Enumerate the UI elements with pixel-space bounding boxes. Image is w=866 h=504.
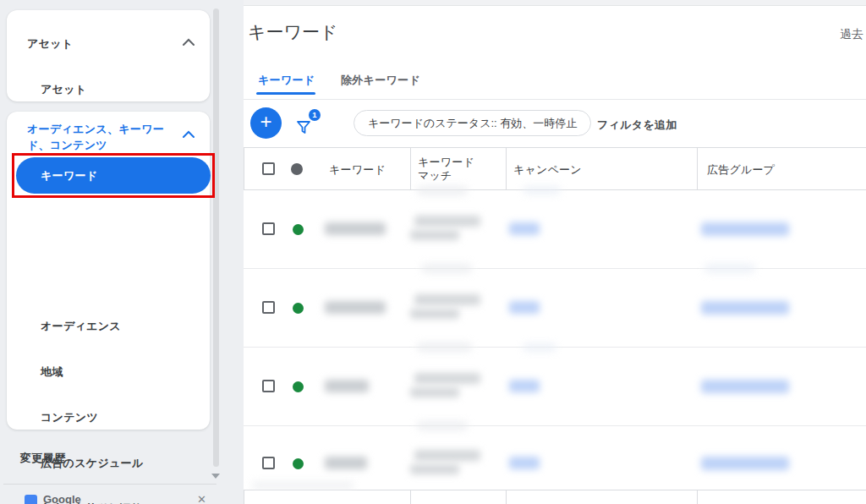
blurred-campaign-link[interactable] [509, 222, 540, 235]
sidebar-item-keywords-label: キーワード [41, 157, 97, 194]
status-enabled-dot [293, 458, 304, 469]
table-header-row: キーワード キーワード マッチ キャンペーン 広告グループ [244, 148, 866, 190]
column-divider [506, 148, 507, 190]
column-divider [410, 490, 411, 504]
sidebar-item-change-history[interactable]: 変更履歴 [20, 451, 65, 466]
blurred-match-type-text [410, 464, 459, 474]
blurred-keyword-text [325, 380, 369, 392]
sidebar-item-audiences[interactable]: オーディエンス [41, 319, 121, 334]
scroll-down-arrow-icon[interactable] [211, 474, 220, 479]
blurred-keyword-text [325, 301, 386, 314]
column-divider [506, 490, 507, 504]
blurred-campaign-link[interactable] [509, 457, 540, 469]
table-summary-row [244, 490, 866, 504]
blur-artifact [417, 186, 468, 195]
table-row [244, 190, 866, 269]
select-all-checkbox[interactable] [262, 162, 275, 175]
sidebar-item-keywords-selected[interactable]: キーワード [16, 157, 211, 194]
column-divider [410, 148, 411, 190]
filter-count-badge: 1 [309, 109, 321, 121]
blurred-ad-group-link[interactable] [701, 457, 789, 470]
column-header-campaign[interactable]: キャンペーン [513, 162, 582, 178]
status-enabled-dot [293, 224, 304, 235]
sidebar-item-content[interactable]: コンテンツ [41, 410, 98, 425]
sidebar-scrollbar[interactable] [213, 8, 219, 467]
blur-artifact [523, 343, 556, 352]
blurred-ad-group-link[interactable] [701, 301, 789, 315]
table-row [244, 348, 866, 426]
blur-artifact [252, 482, 354, 489]
blur-artifact [417, 342, 472, 352]
blur-artifact [704, 264, 755, 273]
date-range-selector[interactable]: 過去 [840, 27, 863, 42]
close-icon[interactable]: ✕ [197, 493, 206, 504]
tab-negative-keywords[interactable]: 除外キーワード [341, 73, 420, 88]
status-enabled-dot [293, 381, 304, 392]
blurred-campaign-link[interactable] [509, 380, 540, 392]
blurred-match-type-text [410, 230, 459, 240]
blur-artifact [421, 264, 472, 273]
blurred-ad-group-link[interactable] [701, 380, 789, 393]
column-header-keyword[interactable]: キーワード [329, 162, 386, 178]
status-column-icon [291, 163, 303, 175]
active-tab-underline [256, 92, 315, 95]
blurred-match-type-text [414, 216, 480, 227]
top-edge-strip [244, 0, 866, 6]
column-divider [244, 490, 244, 504]
blurred-keyword-text [325, 457, 367, 469]
sidebar-nav: アセット アセット オーディエンス、キーワード、コンテンツ キーワード オーディ… [0, 0, 244, 504]
section-audience-title[interactable]: オーディエンス、キーワード、コンテンツ [27, 121, 181, 153]
blurred-match-type-text [414, 450, 480, 461]
plus-icon: + [250, 107, 282, 136]
blur-artifact [417, 421, 468, 430]
sidebar-item-locations[interactable]: 地域 [41, 364, 63, 380]
column-header-match-line1: キーワード [418, 156, 474, 169]
column-header-match-type[interactable]: キーワード マッチ [418, 156, 474, 183]
add-filter-button[interactable]: フィルタを追加 [597, 118, 677, 133]
chevron-up-icon[interactable] [182, 130, 195, 138]
sidebar-section-assets: アセット アセット [7, 10, 210, 101]
row-checkbox[interactable] [262, 301, 275, 314]
column-header-match-line2: マッチ [418, 169, 474, 183]
tabs-divider [244, 99, 866, 100]
row-checkbox[interactable] [262, 380, 275, 392]
table-row [244, 426, 866, 490]
blurred-campaign-link[interactable] [509, 301, 540, 314]
column-divider [244, 148, 244, 190]
blurred-ad-group-link[interactable] [701, 222, 789, 236]
google-promo-label: Google [43, 493, 81, 504]
blurred-match-type-text [414, 294, 480, 305]
google-app-icon [25, 495, 37, 504]
sidebar-item-assets[interactable]: アセット [41, 82, 86, 97]
blurred-match-type-text [414, 373, 480, 384]
column-divider [697, 490, 698, 504]
column-header-ad-group[interactable]: 広告グループ [707, 162, 775, 178]
blurred-keyword-text [325, 222, 386, 235]
main-content: キーワード 過去 キーワード 除外キーワード + 1 キーワードのステータス::… [244, 0, 866, 504]
table-row [244, 269, 866, 348]
status-filter-chip[interactable]: キーワードのステータス:: 有効、一時停止 [354, 110, 591, 136]
blurred-match-type-text [410, 387, 459, 397]
add-keyword-button[interactable]: + [250, 107, 282, 139]
row-checkbox[interactable] [262, 457, 275, 469]
chevron-up-icon[interactable] [182, 38, 195, 46]
status-enabled-dot [293, 303, 304, 314]
row-checkbox[interactable] [262, 222, 275, 235]
blurred-match-type-text [410, 309, 459, 319]
sidebar-section-audience-keywords-content: オーディエンス、キーワード、コンテンツ キーワード オーディエンス 地域 コンテ… [7, 112, 210, 430]
section-assets-title[interactable]: アセット [27, 36, 73, 52]
blur-artifact [523, 186, 561, 194]
sidebar-divider [3, 484, 216, 485]
column-divider [697, 148, 698, 190]
page-title: キーワード [248, 20, 337, 44]
tab-keywords[interactable]: キーワード [258, 73, 315, 88]
